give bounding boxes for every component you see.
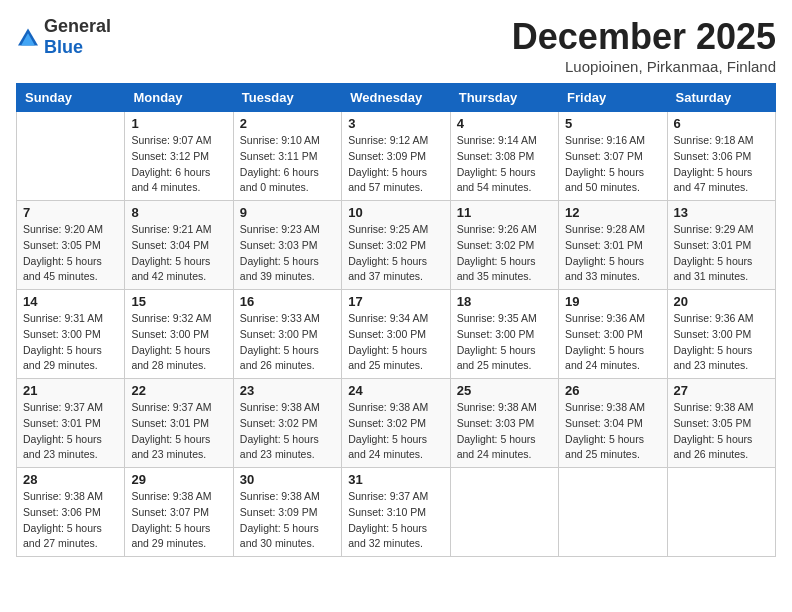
- day-info: Sunrise: 9:37 AM Sunset: 3:01 PM Dayligh…: [23, 400, 118, 463]
- day-number: 5: [565, 116, 660, 131]
- day-number: 17: [348, 294, 443, 309]
- calendar-cell: 26Sunrise: 9:38 AM Sunset: 3:04 PM Dayli…: [559, 379, 667, 468]
- day-number: 11: [457, 205, 552, 220]
- header-wednesday: Wednesday: [342, 84, 450, 112]
- day-info: Sunrise: 9:28 AM Sunset: 3:01 PM Dayligh…: [565, 222, 660, 285]
- calendar-cell: 14Sunrise: 9:31 AM Sunset: 3:00 PM Dayli…: [17, 290, 125, 379]
- calendar-cell: 2Sunrise: 9:10 AM Sunset: 3:11 PM Daylig…: [233, 112, 341, 201]
- day-number: 15: [131, 294, 226, 309]
- day-info: Sunrise: 9:37 AM Sunset: 3:10 PM Dayligh…: [348, 489, 443, 552]
- day-info: Sunrise: 9:38 AM Sunset: 3:06 PM Dayligh…: [23, 489, 118, 552]
- day-number: 26: [565, 383, 660, 398]
- day-info: Sunrise: 9:12 AM Sunset: 3:09 PM Dayligh…: [348, 133, 443, 196]
- day-number: 18: [457, 294, 552, 309]
- calendar-cell: 12Sunrise: 9:28 AM Sunset: 3:01 PM Dayli…: [559, 201, 667, 290]
- day-number: 13: [674, 205, 769, 220]
- header-tuesday: Tuesday: [233, 84, 341, 112]
- week-row-4: 21Sunrise: 9:37 AM Sunset: 3:01 PM Dayli…: [17, 379, 776, 468]
- calendar-cell: 9Sunrise: 9:23 AM Sunset: 3:03 PM Daylig…: [233, 201, 341, 290]
- calendar-cell: 17Sunrise: 9:34 AM Sunset: 3:00 PM Dayli…: [342, 290, 450, 379]
- day-info: Sunrise: 9:36 AM Sunset: 3:00 PM Dayligh…: [565, 311, 660, 374]
- calendar-cell: 24Sunrise: 9:38 AM Sunset: 3:02 PM Dayli…: [342, 379, 450, 468]
- logo-icon: [16, 27, 40, 47]
- day-info: Sunrise: 9:34 AM Sunset: 3:00 PM Dayligh…: [348, 311, 443, 374]
- day-number: 10: [348, 205, 443, 220]
- day-info: Sunrise: 9:18 AM Sunset: 3:06 PM Dayligh…: [674, 133, 769, 196]
- calendar-cell: 19Sunrise: 9:36 AM Sunset: 3:00 PM Dayli…: [559, 290, 667, 379]
- page-header: General Blue December 2025 Luopioinen, P…: [16, 16, 776, 75]
- day-info: Sunrise: 9:38 AM Sunset: 3:09 PM Dayligh…: [240, 489, 335, 552]
- day-number: 1: [131, 116, 226, 131]
- calendar-cell: 13Sunrise: 9:29 AM Sunset: 3:01 PM Dayli…: [667, 201, 775, 290]
- day-number: 24: [348, 383, 443, 398]
- day-number: 27: [674, 383, 769, 398]
- calendar-cell: 5Sunrise: 9:16 AM Sunset: 3:07 PM Daylig…: [559, 112, 667, 201]
- day-info: Sunrise: 9:37 AM Sunset: 3:01 PM Dayligh…: [131, 400, 226, 463]
- calendar-cell: 1Sunrise: 9:07 AM Sunset: 3:12 PM Daylig…: [125, 112, 233, 201]
- day-info: Sunrise: 9:29 AM Sunset: 3:01 PM Dayligh…: [674, 222, 769, 285]
- week-row-1: 1Sunrise: 9:07 AM Sunset: 3:12 PM Daylig…: [17, 112, 776, 201]
- calendar-cell: 10Sunrise: 9:25 AM Sunset: 3:02 PM Dayli…: [342, 201, 450, 290]
- calendar-cell: 4Sunrise: 9:14 AM Sunset: 3:08 PM Daylig…: [450, 112, 558, 201]
- day-info: Sunrise: 9:25 AM Sunset: 3:02 PM Dayligh…: [348, 222, 443, 285]
- calendar-cell: 11Sunrise: 9:26 AM Sunset: 3:02 PM Dayli…: [450, 201, 558, 290]
- day-number: 9: [240, 205, 335, 220]
- day-number: 7: [23, 205, 118, 220]
- calendar-cell: 30Sunrise: 9:38 AM Sunset: 3:09 PM Dayli…: [233, 468, 341, 557]
- day-number: 31: [348, 472, 443, 487]
- header-monday: Monday: [125, 84, 233, 112]
- logo-general-text: General: [44, 16, 111, 36]
- day-info: Sunrise: 9:38 AM Sunset: 3:05 PM Dayligh…: [674, 400, 769, 463]
- calendar-cell: 28Sunrise: 9:38 AM Sunset: 3:06 PM Dayli…: [17, 468, 125, 557]
- day-info: Sunrise: 9:16 AM Sunset: 3:07 PM Dayligh…: [565, 133, 660, 196]
- day-number: 25: [457, 383, 552, 398]
- week-row-5: 28Sunrise: 9:38 AM Sunset: 3:06 PM Dayli…: [17, 468, 776, 557]
- day-info: Sunrise: 9:21 AM Sunset: 3:04 PM Dayligh…: [131, 222, 226, 285]
- day-info: Sunrise: 9:10 AM Sunset: 3:11 PM Dayligh…: [240, 133, 335, 196]
- location-title: Luopioinen, Pirkanmaa, Finland: [512, 58, 776, 75]
- day-info: Sunrise: 9:35 AM Sunset: 3:00 PM Dayligh…: [457, 311, 552, 374]
- day-number: 2: [240, 116, 335, 131]
- calendar-cell: 29Sunrise: 9:38 AM Sunset: 3:07 PM Dayli…: [125, 468, 233, 557]
- day-number: 12: [565, 205, 660, 220]
- calendar-table: SundayMondayTuesdayWednesdayThursdayFrid…: [16, 83, 776, 557]
- calendar-cell: 16Sunrise: 9:33 AM Sunset: 3:00 PM Dayli…: [233, 290, 341, 379]
- day-info: Sunrise: 9:31 AM Sunset: 3:00 PM Dayligh…: [23, 311, 118, 374]
- day-number: 8: [131, 205, 226, 220]
- day-info: Sunrise: 9:14 AM Sunset: 3:08 PM Dayligh…: [457, 133, 552, 196]
- day-info: Sunrise: 9:36 AM Sunset: 3:00 PM Dayligh…: [674, 311, 769, 374]
- calendar-cell: 22Sunrise: 9:37 AM Sunset: 3:01 PM Dayli…: [125, 379, 233, 468]
- calendar-cell: 23Sunrise: 9:38 AM Sunset: 3:02 PM Dayli…: [233, 379, 341, 468]
- day-info: Sunrise: 9:07 AM Sunset: 3:12 PM Dayligh…: [131, 133, 226, 196]
- calendar-cell: [667, 468, 775, 557]
- month-title: December 2025: [512, 16, 776, 58]
- day-number: 29: [131, 472, 226, 487]
- day-number: 30: [240, 472, 335, 487]
- header-friday: Friday: [559, 84, 667, 112]
- calendar-cell: 8Sunrise: 9:21 AM Sunset: 3:04 PM Daylig…: [125, 201, 233, 290]
- calendar-cell: 20Sunrise: 9:36 AM Sunset: 3:00 PM Dayli…: [667, 290, 775, 379]
- day-info: Sunrise: 9:33 AM Sunset: 3:00 PM Dayligh…: [240, 311, 335, 374]
- week-row-2: 7Sunrise: 9:20 AM Sunset: 3:05 PM Daylig…: [17, 201, 776, 290]
- day-number: 28: [23, 472, 118, 487]
- logo: General Blue: [16, 16, 111, 58]
- day-number: 21: [23, 383, 118, 398]
- day-number: 14: [23, 294, 118, 309]
- day-number: 22: [131, 383, 226, 398]
- day-info: Sunrise: 9:38 AM Sunset: 3:02 PM Dayligh…: [348, 400, 443, 463]
- day-info: Sunrise: 9:38 AM Sunset: 3:04 PM Dayligh…: [565, 400, 660, 463]
- calendar-cell: 31Sunrise: 9:37 AM Sunset: 3:10 PM Dayli…: [342, 468, 450, 557]
- day-info: Sunrise: 9:38 AM Sunset: 3:03 PM Dayligh…: [457, 400, 552, 463]
- calendar-cell: 6Sunrise: 9:18 AM Sunset: 3:06 PM Daylig…: [667, 112, 775, 201]
- header-thursday: Thursday: [450, 84, 558, 112]
- day-info: Sunrise: 9:38 AM Sunset: 3:02 PM Dayligh…: [240, 400, 335, 463]
- week-row-3: 14Sunrise: 9:31 AM Sunset: 3:00 PM Dayli…: [17, 290, 776, 379]
- logo-blue-text: Blue: [44, 37, 83, 57]
- title-area: December 2025 Luopioinen, Pirkanmaa, Fin…: [512, 16, 776, 75]
- day-info: Sunrise: 9:23 AM Sunset: 3:03 PM Dayligh…: [240, 222, 335, 285]
- header-sunday: Sunday: [17, 84, 125, 112]
- day-number: 3: [348, 116, 443, 131]
- calendar-cell: [450, 468, 558, 557]
- day-number: 6: [674, 116, 769, 131]
- day-number: 20: [674, 294, 769, 309]
